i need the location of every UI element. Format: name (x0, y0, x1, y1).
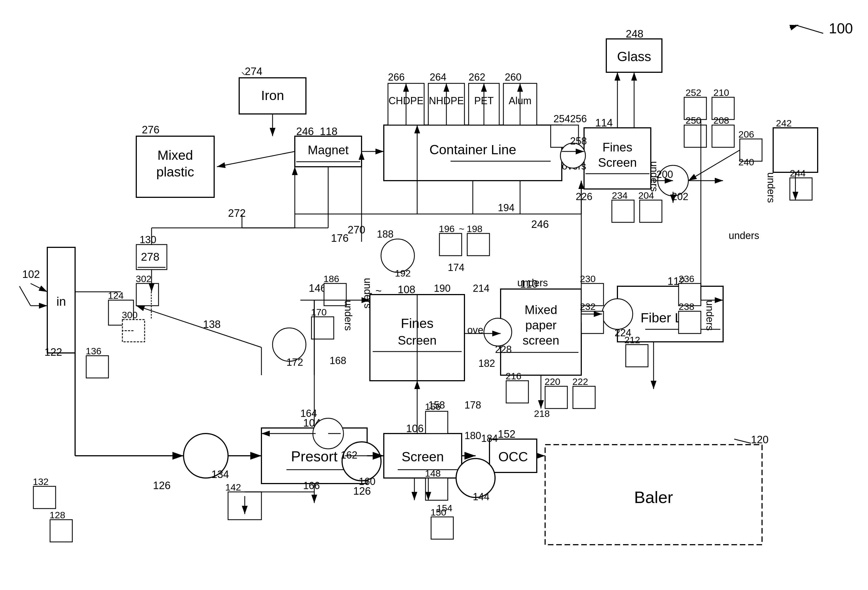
svg-text:222: 222 (572, 376, 588, 387)
svg-text:206: 206 (738, 129, 754, 140)
svg-text:260: 260 (505, 71, 521, 83)
svg-text:unders: unders (765, 172, 777, 203)
svg-text:106: 106 (406, 423, 424, 434)
svg-rect-59 (712, 125, 734, 147)
svg-text:unders: unders (517, 277, 548, 288)
svg-text:230: 230 (580, 274, 596, 284)
svg-text:170: 170 (311, 307, 327, 317)
svg-text:in: in (56, 294, 66, 308)
svg-text:210: 210 (713, 87, 729, 98)
svg-rect-188 (425, 411, 448, 434)
svg-text:220: 220 (545, 376, 560, 387)
svg-rect-114 (506, 381, 528, 403)
diagram-container: 100 Iron 274 Mixed plastic 276 Magnet 11… (0, 0, 868, 590)
svg-text:Fines: Fines (602, 140, 632, 154)
svg-text:Glass: Glass (617, 49, 651, 64)
svg-rect-72 (612, 200, 634, 222)
svg-text:262: 262 (469, 71, 485, 83)
svg-point-96 (602, 299, 633, 329)
svg-rect-140 (50, 520, 72, 542)
svg-text:200: 200 (656, 169, 673, 180)
svg-text:unders: unders (704, 300, 716, 331)
svg-text:270: 270 (348, 224, 365, 236)
svg-text:148: 148 (425, 468, 441, 478)
svg-point-157 (342, 442, 381, 481)
svg-text:180: 180 (465, 430, 481, 441)
svg-text:120: 120 (751, 434, 768, 446)
svg-text:plastic: plastic (156, 165, 194, 179)
svg-text:152: 152 (498, 428, 515, 440)
svg-text:300: 300 (122, 310, 138, 320)
svg-rect-83 (500, 289, 581, 375)
svg-text:266: 266 (388, 71, 404, 83)
svg-text:274: 274 (245, 66, 262, 77)
svg-text:156: 156 (425, 401, 441, 412)
svg-text:184: 184 (481, 433, 498, 444)
svg-text:unders: unders (362, 278, 373, 309)
svg-rect-154 (136, 284, 158, 306)
svg-rect-109 (545, 386, 567, 409)
svg-text:134: 134 (211, 469, 229, 480)
svg-text:Mixed: Mixed (157, 148, 193, 163)
svg-text:130: 130 (140, 234, 156, 246)
svg-text:168: 168 (329, 355, 346, 366)
svg-text:176: 176 (331, 232, 348, 244)
svg-text:174: 174 (448, 262, 465, 273)
svg-text:188: 188 (377, 228, 394, 240)
svg-text:214: 214 (473, 282, 490, 294)
svg-text:Presort: Presort (291, 448, 338, 464)
svg-text:166: 166 (303, 480, 320, 491)
svg-text:240: 240 (738, 157, 754, 167)
svg-text:unders: unders (729, 230, 759, 241)
svg-rect-104 (679, 311, 701, 334)
svg-text:256: 256 (570, 113, 587, 125)
svg-text:142: 142 (225, 482, 241, 493)
svg-text:232: 232 (580, 301, 596, 312)
svg-rect-74 (640, 200, 662, 222)
svg-text:122: 122 (44, 346, 62, 358)
svg-text:Magnet: Magnet (308, 143, 349, 157)
svg-text:160: 160 (359, 476, 375, 487)
svg-text:208: 208 (713, 115, 729, 126)
svg-text:screen: screen (523, 334, 559, 347)
svg-text:162: 162 (341, 449, 357, 461)
svg-text:236: 236 (679, 274, 694, 284)
svg-rect-66 (790, 178, 812, 200)
svg-text:202: 202 (672, 191, 688, 202)
svg-text:198: 198 (466, 224, 483, 234)
svg-point-46 (560, 143, 585, 168)
svg-text:132: 132 (33, 476, 49, 487)
svg-text:264: 264 (430, 71, 446, 83)
svg-rect-199 (431, 517, 453, 539)
svg-text:250: 250 (686, 115, 701, 126)
svg-text:194: 194 (498, 202, 515, 213)
svg-text:272: 272 (228, 207, 246, 219)
svg-text:190: 190 (434, 282, 450, 294)
svg-text:234: 234 (612, 190, 628, 201)
svg-text:unders: unders (342, 300, 354, 331)
svg-rect-180 (440, 234, 462, 256)
svg-text:218: 218 (534, 408, 550, 419)
svg-text:144: 144 (473, 491, 490, 502)
svg-text:128: 128 (50, 510, 65, 520)
svg-text:196: 196 (439, 224, 455, 234)
svg-text:114: 114 (595, 117, 613, 129)
svg-rect-196 (425, 478, 448, 500)
svg-text:302: 302 (136, 274, 152, 284)
svg-rect-107 (626, 344, 648, 367)
svg-text:278: 278 (141, 251, 159, 263)
svg-text:216: 216 (506, 371, 521, 381)
svg-rect-166 (311, 317, 334, 339)
svg-text:150: 150 (431, 507, 446, 518)
svg-text:244: 244 (790, 168, 806, 178)
svg-text:108: 108 (398, 284, 415, 296)
svg-text:Container Line: Container Line (430, 142, 516, 157)
svg-rect-111 (573, 386, 595, 409)
svg-rect-182 (467, 234, 490, 256)
svg-rect-55 (684, 125, 706, 147)
svg-text:118: 118 (320, 126, 337, 137)
svg-point-176 (381, 239, 415, 272)
svg-text:252: 252 (686, 87, 701, 98)
svg-rect-64 (773, 128, 818, 172)
ref-100: 100 (829, 20, 853, 37)
